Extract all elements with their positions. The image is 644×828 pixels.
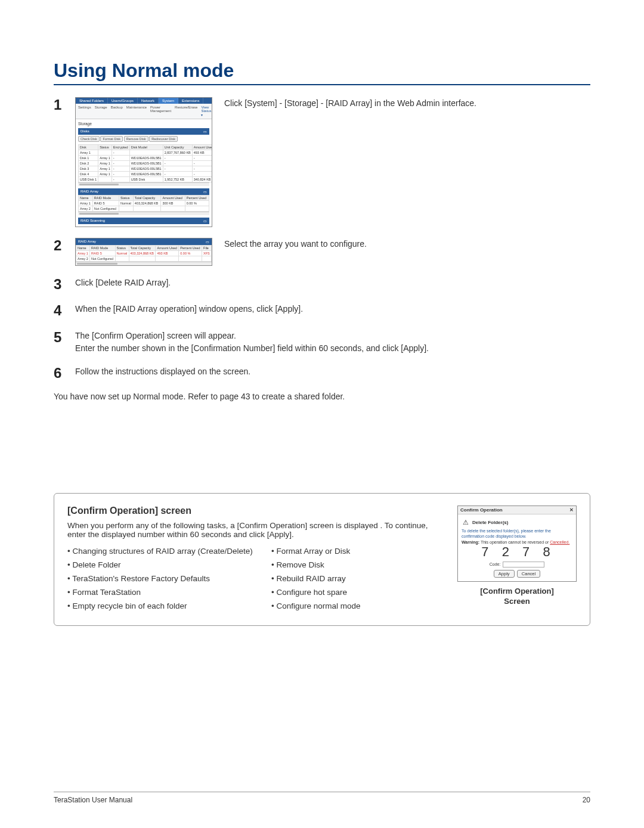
cancel-button[interactable]: Cancel [517,570,540,578]
confirm-operation-box: [Confirm Operation] screen When you perf… [54,493,590,626]
cell[interactable]: Array 2 [79,206,93,212]
storage-label: Storage [78,122,209,126]
step-6-text: Follow the instructions displayed on the… [75,365,590,378]
tab-users-groups[interactable]: Users/Groups [108,98,138,104]
check-disk-button[interactable]: Check Disk [78,136,100,142]
disks-header: Disks ▭ [78,128,209,135]
collapse-icon[interactable]: ▭ [203,129,207,134]
cell: 0.00 % [185,201,209,206]
col-status: Status [115,246,129,251]
confirm-operation-dialog: Confirm Operation ✕ ⚠ Delete Folder(s) T… [457,506,577,582]
subtab-power-management[interactable]: Power Management [150,106,171,117]
cell: WD10EADS-00L5B1 [129,161,163,166]
cell: - [192,156,212,161]
tab-extensions[interactable]: Extensions [178,98,203,104]
step-number: 2 [54,238,75,253]
cell: 340,824 KB [192,177,212,182]
list-item: Format TeraStation [67,586,264,600]
dialog-caption: [Confirm Operation] Screen [457,587,577,607]
page-number: 20 [583,796,590,804]
step-4: 4 When the [RAID Array operation] window… [54,303,590,318]
cell: - [112,161,129,166]
h-scrollbar[interactable] [78,182,209,186]
cell: Array 1 [76,251,90,256]
col-amount-used: Amount Used [161,196,185,201]
dialog-headline: Delete Folder(s) [472,520,508,525]
tab-network[interactable]: Network [138,98,159,104]
view-status-link[interactable]: View Status ▾ [201,106,211,117]
dialog-warning-label: Warning: [462,540,479,544]
step-number: 6 [54,365,75,381]
cell [202,256,212,262]
disk-action-buttons: Check Disk Format Disk Remove Disk Redis… [78,136,209,142]
cell: 300 KB [161,201,185,206]
subtab-storage[interactable]: Storage [95,106,107,117]
h-scrollbar[interactable] [76,262,212,265]
tab-system[interactable]: System [159,98,178,104]
collapse-icon[interactable]: ▭ [206,240,209,244]
step-3-text: Click [Delete RAID Array]. [75,277,590,289]
subtab-maintenance[interactable]: Maintenance [126,106,147,117]
cell: - [112,166,129,172]
code-input[interactable] [503,562,544,567]
disks-header-text: Disks [80,129,89,134]
list-item: Format Array or Disk [271,545,391,559]
cell: 493 KB [192,150,212,156]
cell [98,177,112,182]
caption-line1: [Confirm Operation] [480,587,554,596]
cell: - [192,166,212,172]
raid-array-table: Name RAID Mode Status Total Capacity Amo… [76,245,212,262]
page-footer: TeraStation User Manual 20 [54,792,590,804]
cell: 2,837,767,860 KB [163,150,192,156]
dialog-cancelled-link[interactable]: Cancelled. [550,540,569,544]
cell: XFS [202,251,212,256]
col-status: Status [98,145,112,150]
dialog-warning-text: This operation cannot be reversed or [479,540,550,544]
step-5-text: The [Confirm Operation] screen will appe… [75,330,590,355]
collapse-icon[interactable]: ▭ [203,190,207,194]
subtab-settings[interactable]: Settings [78,106,91,117]
cell: - [112,156,129,161]
subtab-restore-erase[interactable]: Restore/Erase [175,106,197,117]
step-number: 1 [54,97,75,113]
confirm-description: When you perform any of the following ta… [67,521,437,539]
h-scrollbar[interactable] [78,212,209,215]
close-icon[interactable]: ✕ [569,507,574,513]
table-row-selected[interactable]: Array 1RAID 5Normal403,324,868 KB493 KB0… [76,251,212,256]
cell: Not Configured [90,256,116,262]
format-disk-button[interactable]: Format Disk [100,136,123,142]
cell: Disk 2 [79,161,98,166]
cell: 403,324,868 KB [133,201,161,206]
caption-line2: Screen [504,597,530,606]
cell: 493 KB [156,251,179,256]
cell: RAID 5 [92,201,119,206]
table-row[interactable]: Array 2Not Configured [76,256,212,262]
raid-scanning-header-text: RAID Scanning [80,219,105,223]
cell [115,256,129,262]
step1-screenshot: Shared Folders Users/Groups Network Syst… [75,97,212,227]
col-file: File [202,246,212,251]
cell: 403,324,868 KB [129,251,156,256]
remove-disk-button[interactable]: Remove Disk [124,136,148,142]
col-status: Status [119,196,133,201]
col-unit-capacity: Unit Capacity [163,145,192,150]
rediscover-disk-button[interactable]: Rediscover Disk [149,136,178,142]
raid-array-header: RAID Array ▭ [78,188,209,195]
collapse-icon[interactable]: ▭ [203,219,207,223]
raid-array-header-text: RAID Array [80,190,98,194]
cell: - [112,172,129,177]
col-percent-used: Percent Used [179,246,202,251]
col-percent-used: Percent Used [185,196,209,201]
cell [161,206,185,212]
step-4-text: When the [RAID Array operation] window o… [75,303,590,315]
dialog-header: Confirm Operation ✕ [458,506,576,514]
list-item: Empty recycle bin of each folder [67,600,264,613]
apply-button[interactable]: Apply [494,570,515,578]
subtab-backup[interactable]: Backup [111,106,123,117]
col-raid-mode: RAID Mode [90,246,116,251]
cell[interactable]: Array 1 [79,201,93,206]
raid-scanning-header: RAID Scanning ▭ [78,218,209,224]
list-item: Remove Disk [271,559,391,572]
tab-shared-folders[interactable]: Shared Folders [76,98,108,104]
sub-tabs: Settings Storage Backup Maintenance Powe… [76,104,212,119]
